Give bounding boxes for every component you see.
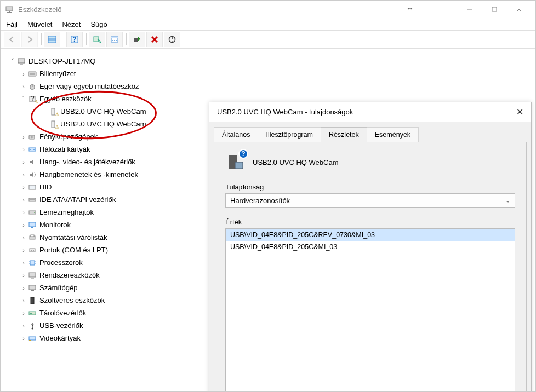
tree-node-label: Szoftveres eszközök (39, 296, 105, 304)
svg-rect-34 (52, 121, 55, 128)
menu-view[interactable]: Nézet (62, 20, 81, 28)
tree-node-label: Billentyűzet (39, 70, 76, 78)
expand-icon[interactable]: › (20, 260, 27, 266)
uninstall-button[interactable] (146, 32, 163, 47)
svg-rect-0 (6, 7, 13, 11)
tree-node-label: USB-vezérlők (39, 321, 83, 330)
svg-rect-2 (9, 11, 10, 12)
sound-icon (27, 158, 37, 166)
expand-icon[interactable]: › (20, 335, 27, 342)
expand-icon[interactable]: › (20, 134, 27, 140)
properties-dialog: USB2.0 UVC HQ WebCam - tulajdonságok ✕ Á… (209, 102, 532, 392)
forward-button[interactable] (21, 32, 38, 47)
tree-node-label: USB2.0 UVC HQ WebCam (60, 120, 146, 128)
close-button[interactable] (506, 2, 531, 17)
svg-rect-61 (31, 297, 34, 304)
svg-rect-58 (31, 278, 34, 279)
maximize-button[interactable] (482, 2, 506, 17)
minimize-button[interactable] (457, 2, 482, 17)
content-area: ˅ DESKTOP-JLT17MQ ›Billentyűzet ›Egér va… (1, 49, 535, 392)
tree-node-label: Fényképezőgépek (39, 132, 98, 141)
svg-point-44 (34, 212, 35, 213)
ide-icon (27, 195, 37, 204)
usb-icon (27, 321, 37, 330)
collapse-icon[interactable]: ˅ (9, 57, 16, 65)
keyboard-icon (27, 70, 37, 78)
svg-rect-1 (7, 12, 12, 13)
scan-hardware-button[interactable] (89, 32, 105, 47)
dialog-title-bar[interactable]: USB2.0 UVC HQ WebCam - tulajdonságok ✕ (209, 102, 531, 122)
update-driver-button[interactable] (129, 32, 145, 47)
audio-io-icon (27, 170, 37, 179)
tree-node-label: Lemezmeghajtók (39, 208, 94, 216)
expand-icon[interactable]: › (20, 71, 27, 77)
expand-icon[interactable]: › (20, 171, 27, 178)
expand-icon[interactable]: › (20, 272, 27, 279)
tree-node-label: Egér vagy egyéb mutatóeszköz (39, 82, 139, 90)
tree-node-label: Hangbemenetek és -kimenetek (39, 170, 138, 178)
tree-node-label: Egyéb eszközök (39, 95, 92, 103)
expand-icon[interactable]: › (20, 184, 27, 191)
expand-icon[interactable]: › (20, 234, 27, 241)
expand-icon[interactable]: › (20, 247, 27, 253)
expand-icon[interactable]: › (20, 197, 27, 203)
svg-rect-46 (31, 227, 33, 228)
tab-general[interactable]: Általános (214, 127, 258, 142)
help-button[interactable]: ? (66, 32, 83, 47)
tree-node[interactable]: ›Billentyűzet (20, 67, 531, 80)
print-queue-icon (27, 233, 37, 242)
disk-icon (27, 208, 37, 217)
help-badge-icon: ? (238, 149, 248, 159)
collapse-icon[interactable]: ˅ (20, 95, 27, 102)
system-icon (27, 271, 37, 280)
tab-details[interactable]: Részletek (321, 127, 367, 142)
expand-icon[interactable]: › (20, 222, 27, 228)
expand-icon[interactable]: › (20, 146, 27, 153)
svg-rect-52 (30, 261, 35, 265)
expand-icon[interactable]: › (20, 83, 27, 90)
svg-rect-33 (52, 108, 55, 115)
svg-rect-19 (134, 38, 138, 42)
expand-icon[interactable]: › (20, 159, 27, 165)
hid-icon (27, 183, 37, 192)
device-manager-icon (5, 5, 14, 14)
disable-button[interactable] (164, 32, 180, 47)
svg-point-36 (31, 136, 33, 138)
svg-marker-23 (171, 41, 173, 42)
tree-root-label: DESKTOP-JLT17MQ (28, 57, 95, 65)
list-item[interactable]: USB\VID_04E8&PID_205C&MI_03 (226, 241, 515, 253)
menu-help[interactable]: Súgó (90, 20, 107, 28)
property-label: Tulajdonság (225, 183, 515, 191)
menu-action[interactable]: Művelet (27, 20, 53, 28)
software-device-icon (27, 296, 37, 305)
mouse-icon (27, 82, 37, 91)
show-hide-tree-button[interactable] (44, 32, 60, 47)
properties-button[interactable] (106, 32, 123, 47)
svg-rect-7 (48, 36, 56, 43)
expand-icon[interactable]: › (20, 310, 27, 316)
expand-icon[interactable]: › (20, 285, 27, 291)
value-listbox[interactable]: USB\VID_04E8&PID_205C&REV_0730&MI_03 USB… (225, 228, 515, 392)
svg-rect-69 (29, 340, 31, 341)
tree-node-label: Videokártyák (39, 334, 81, 342)
expand-icon[interactable]: › (20, 297, 27, 304)
tab-strip: Általános Illesztőprogram Részletek Esem… (209, 122, 531, 142)
list-item[interactable]: USB\VID_04E8&PID_205C&REV_0730&MI_03 (226, 229, 515, 241)
svg-text:?: ? (72, 36, 77, 43)
back-button[interactable] (4, 32, 20, 47)
unknown-device-icon (48, 107, 58, 116)
window-controls (457, 2, 531, 17)
property-select[interactable]: Hardverazonosítók ⌄ (225, 193, 515, 208)
expand-icon[interactable]: › (20, 209, 27, 216)
svg-rect-4 (492, 7, 497, 11)
tree-root[interactable]: ˅ DESKTOP-JLT17MQ (9, 55, 531, 67)
tab-driver[interactable]: Illesztőprogram (258, 127, 321, 142)
menu-file[interactable]: Fájl (6, 20, 18, 28)
expand-icon[interactable]: › (20, 322, 27, 329)
tree-node[interactable]: ›Egér vagy egyéb mutatóeszköz (20, 80, 531, 93)
dialog-close-button[interactable]: ✕ (507, 107, 523, 117)
chevron-down-icon: ⌄ (505, 197, 510, 204)
svg-text:?: ? (30, 95, 34, 102)
tree-node-label: Tárolóvezérlők (39, 309, 86, 317)
tab-events[interactable]: Események (367, 127, 419, 142)
